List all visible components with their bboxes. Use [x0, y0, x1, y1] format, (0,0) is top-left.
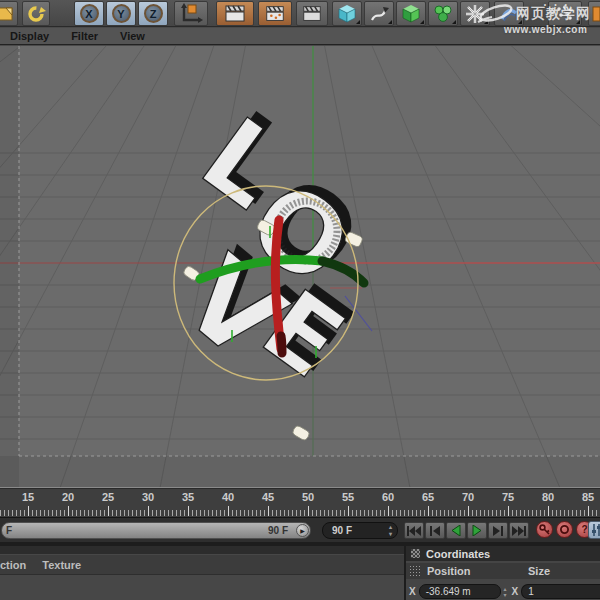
rotate-tool-button[interactable]: [22, 1, 50, 26]
play-backward-button[interactable]: [446, 522, 466, 539]
dropdown-corner: [452, 20, 456, 24]
material-manager-titlebar: [0, 546, 404, 554]
lock-x-axis-button[interactable]: X: [74, 1, 104, 26]
scale-tool-button[interactable]: [0, 1, 18, 26]
menu-filter[interactable]: Filter: [71, 30, 98, 42]
record-keyframe-button[interactable]: [536, 521, 553, 538]
position-column-label: Position: [427, 565, 470, 577]
ruler-tick-label: 15: [22, 491, 34, 503]
modeling-spheres-icon: [433, 4, 453, 24]
ruler-tick-label: 60: [382, 491, 394, 503]
autokey-button[interactable]: [556, 521, 573, 538]
add-nurbs-button[interactable]: [396, 1, 426, 26]
position-x-input[interactable]: -36.649 m: [419, 584, 502, 599]
outside-render-bottom: [0, 456, 600, 487]
bottom-panels: ction Texture Coordinates Position Size …: [0, 542, 600, 600]
goto-end-button[interactable]: [509, 522, 529, 539]
frame-spinner[interactable]: ▴ ▾: [389, 524, 392, 538]
ruler-major-tick: [28, 506, 29, 516]
keyframe-controls: ?: [536, 521, 593, 538]
ruler-major-tick: [228, 506, 229, 516]
spinner-up-icon[interactable]: ▴: [389, 524, 392, 531]
ruler-tick-label: 55: [342, 491, 354, 503]
previous-frame-icon: [429, 526, 441, 536]
watermark-title: 网页教学网: [516, 6, 591, 20]
ruler-tick-label: 30: [142, 491, 154, 503]
render-settings-button[interactable]: [258, 1, 292, 26]
position-x-spinner[interactable]: ▴ ▾: [503, 586, 506, 598]
menu-function-cut[interactable]: ction: [0, 559, 26, 571]
spinner-down-icon[interactable]: ▾: [389, 531, 392, 538]
ruler-tick-label: 50: [302, 491, 314, 503]
ruler-major-tick: [188, 506, 189, 516]
coordinates-x-row: X -36.649 m ▴ ▾ X 1: [406, 583, 600, 600]
add-primitive-button[interactable]: [332, 1, 362, 26]
range-slider-knob[interactable]: ▶: [296, 524, 309, 537]
size-x-value: 1: [528, 586, 534, 597]
menu-view[interactable]: View: [120, 30, 145, 42]
viewport-3d[interactable]: L O V E L O V E: [0, 46, 600, 487]
material-manager-menubar: ction Texture: [0, 555, 404, 575]
goto-start-button[interactable]: [404, 522, 424, 539]
ruler-tick-label: 20: [62, 491, 74, 503]
position-x-label: X: [409, 586, 416, 597]
coordinates-header[interactable]: Coordinates: [406, 546, 600, 561]
add-spline-button[interactable]: [364, 1, 394, 26]
question-icon: ?: [581, 524, 587, 535]
dropdown-corner: [420, 20, 424, 24]
scale-tool-icon: [0, 4, 16, 24]
cube-primitive-icon: [337, 4, 357, 24]
coordinate-system-button[interactable]: [174, 1, 208, 26]
timeline-ruler[interactable]: 152025303540455055606570758085: [0, 487, 600, 517]
drag-dots-icon: [409, 565, 421, 577]
autokey-icon: [559, 524, 570, 535]
ruler-major-tick: [548, 506, 549, 516]
rotate-tool-icon: [26, 4, 46, 24]
panel-grip-icon: [411, 549, 420, 558]
lock-y-axis-button[interactable]: Y: [106, 1, 136, 26]
render-queue-icon: [301, 4, 323, 24]
ruler-major-tick: [348, 506, 349, 516]
ruler-major-tick: [588, 506, 589, 516]
playback-controls: [404, 522, 529, 539]
current-frame-field[interactable]: 90 F ▴ ▾: [322, 522, 398, 539]
coordinate-system-icon: [179, 3, 203, 24]
spinner-down-icon[interactable]: ▾: [503, 592, 506, 598]
ruler-major-tick: [268, 506, 269, 516]
ruler-tick-label: 25: [102, 491, 114, 503]
ruler-tick-label: 35: [182, 491, 194, 503]
next-frame-button[interactable]: [488, 522, 508, 539]
preview-range-slider[interactable]: F 90 F ▶: [1, 522, 311, 539]
lock-z-label: Z: [144, 4, 163, 23]
outside-render-left: [0, 46, 19, 487]
gizmo-band-red-dark: [281, 336, 282, 353]
menu-texture[interactable]: Texture: [42, 559, 81, 571]
ruler-major-tick: [308, 506, 309, 516]
ruler-major-tick: [68, 506, 69, 516]
add-modeling-button[interactable]: [428, 1, 458, 26]
goto-end-icon: [512, 526, 526, 536]
lock-z-axis-button[interactable]: Z: [138, 1, 168, 26]
c4d-window: X Y Z: [0, 0, 600, 600]
ruler-major-tick: [428, 506, 429, 516]
render-view-button[interactable]: [216, 1, 254, 26]
menu-display[interactable]: Display: [10, 30, 49, 42]
dropdown-corner: [388, 20, 392, 24]
ruler-tick-label: 70: [462, 491, 474, 503]
spline-icon: [369, 4, 389, 24]
previous-frame-button[interactable]: [425, 522, 445, 539]
range-end-label: 90 F: [268, 525, 288, 536]
record-key-icon: [539, 524, 550, 535]
play-forward-button[interactable]: [467, 522, 487, 539]
next-frame-icon: [492, 526, 504, 536]
solo-mode-button[interactable]: [588, 521, 600, 539]
ruler-tick-label: 65: [422, 491, 434, 503]
size-x-input[interactable]: 1: [521, 584, 600, 599]
ruler-major-tick: [468, 506, 469, 516]
ruler-major-tick: [108, 506, 109, 516]
watermark-url: www.webjx.com: [504, 24, 598, 35]
sliders-icon: [589, 522, 600, 538]
watermark-dots: • • •: [544, 1, 570, 8]
render-queue-button[interactable]: [296, 1, 328, 26]
coordinates-columns: Position Size: [406, 563, 600, 579]
